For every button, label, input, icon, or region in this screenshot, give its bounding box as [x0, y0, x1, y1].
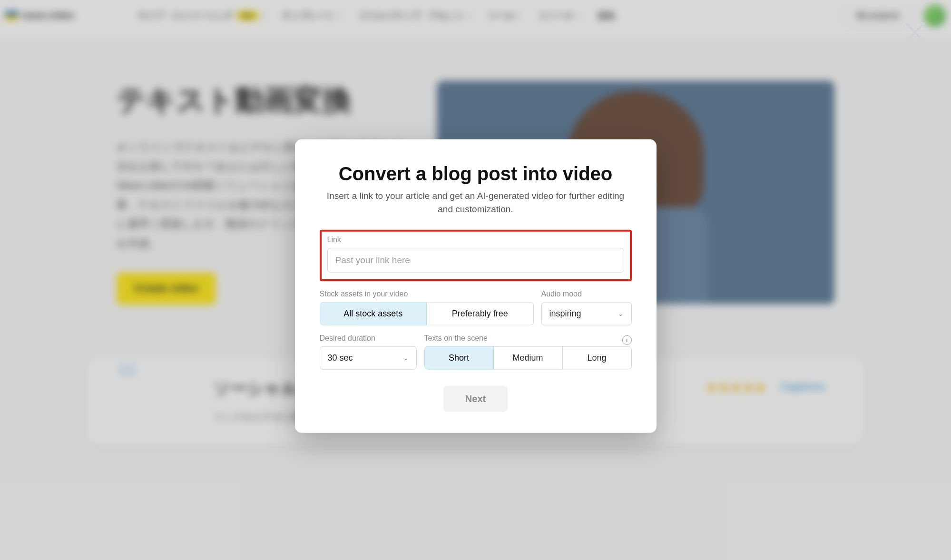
stock-assets-segmented: All stock assets Preferably free: [320, 302, 534, 325]
link-label: Link: [327, 235, 624, 244]
link-input[interactable]: [327, 247, 624, 272]
chevron-down-icon: ⌄: [618, 310, 624, 317]
texts-scene-segmented: Short Medium Long: [424, 346, 632, 369]
close-icon[interactable]: [902, 19, 928, 46]
info-icon[interactable]: i: [622, 335, 632, 344]
stock-option-free[interactable]: Preferably free: [427, 302, 534, 325]
texts-option-short[interactable]: Short: [424, 346, 494, 369]
modal-title: Convert a blog post into video: [320, 163, 632, 184]
chevron-down-icon: ⌄: [403, 354, 409, 362]
audio-mood-label: Audio mood: [541, 289, 632, 298]
modal-subtitle: Insert a link to your article and get an…: [320, 189, 632, 216]
stock-option-all[interactable]: All stock assets: [320, 302, 427, 325]
next-button[interactable]: Next: [443, 385, 508, 412]
stock-assets-label: Stock assets in your video: [320, 289, 534, 298]
texts-scene-label: Texts on the scene: [424, 334, 488, 342]
link-field-highlight: Link: [320, 229, 632, 281]
duration-select[interactable]: 30 sec ⌄: [320, 346, 417, 369]
audio-mood-select[interactable]: inspiring ⌄: [541, 302, 632, 325]
duration-value: 30 sec: [328, 353, 353, 363]
convert-blog-modal: Convert a blog post into video Insert a …: [295, 139, 657, 432]
texts-option-medium[interactable]: Medium: [494, 346, 563, 369]
texts-option-long[interactable]: Long: [563, 346, 632, 369]
audio-mood-value: inspiring: [549, 308, 581, 318]
duration-label: Desired duration: [320, 334, 417, 342]
